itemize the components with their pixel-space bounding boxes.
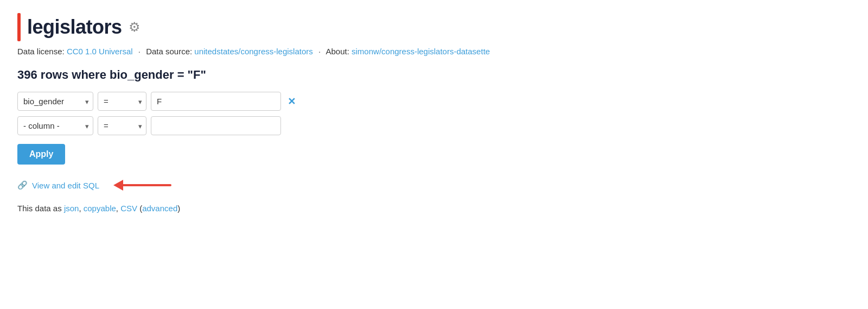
source-label: Data source: <box>146 47 192 56</box>
column-select-1[interactable]: - column - <box>17 116 93 135</box>
brand-bar <box>17 13 21 41</box>
query-heading: 396 rows where bio_gender = "F" <box>17 68 851 82</box>
data-as-prefix: This data as <box>17 204 62 213</box>
data-as-links: json, copyable, CSV (advanced) <box>64 204 180 213</box>
column-select-wrapper-1: - column - <box>17 116 93 135</box>
separator-1: · <box>138 47 141 56</box>
op-select-wrapper-1: =!=><>=<=likenot likeglobinnot in <box>98 116 146 135</box>
red-arrow-annotation <box>108 174 173 196</box>
page-title: legislators <box>27 16 122 39</box>
filter-rows: bio_gender=!=><>=<=likenot likeglobinnot… <box>17 92 851 135</box>
gear-icon[interactable]: ⚙ <box>129 20 141 35</box>
about-label: About: <box>326 47 349 56</box>
about-link[interactable]: simonw/congress-legislators-datasette <box>352 47 490 56</box>
advanced-link[interactable]: advanced <box>142 204 177 213</box>
view-edit-sql-link[interactable]: View and edit SQL <box>32 181 99 190</box>
link-icon: 🔗 <box>17 180 28 190</box>
op-select-1[interactable]: =!=><>=<=likenot likeglobinnot in <box>98 116 146 135</box>
filter-value-input-0[interactable] <box>151 92 281 111</box>
column-select-wrapper-0: bio_gender <box>17 92 93 111</box>
filter-value-input-1[interactable] <box>151 116 281 135</box>
sql-link-row: 🔗 View and edit SQL <box>17 174 851 196</box>
apply-button[interactable]: Apply <box>17 144 65 165</box>
copyable-link[interactable]: copyable <box>84 204 116 213</box>
csv-link[interactable]: CSV <box>120 204 137 213</box>
license-label: Data license: <box>17 47 65 56</box>
separator-2: · <box>318 47 321 56</box>
json-link[interactable]: json <box>64 204 79 213</box>
svg-marker-1 <box>113 180 123 191</box>
filter-row-1: - column -=!=><>=<=likenot likeglobinnot… <box>17 116 851 135</box>
data-as-row: This data as json, copyable, CSV (advanc… <box>17 204 851 213</box>
license-link[interactable]: CC0 1.0 Universal <box>67 47 133 56</box>
source-link[interactable]: unitedstates/congress-legislators <box>194 47 312 56</box>
meta-row: Data license: CC0 1.0 Universal · Data s… <box>17 47 851 56</box>
page-header: legislators ⚙ <box>17 13 851 41</box>
op-select-0[interactable]: =!=><>=<=likenot likeglobinnot in <box>98 92 146 111</box>
remove-filter-0[interactable]: ✕ <box>285 94 298 109</box>
column-select-0[interactable]: bio_gender <box>17 92 93 111</box>
op-select-wrapper-0: =!=><>=<=likenot likeglobinnot in <box>98 92 146 111</box>
filter-row-0: bio_gender=!=><>=<=likenot likeglobinnot… <box>17 92 851 111</box>
